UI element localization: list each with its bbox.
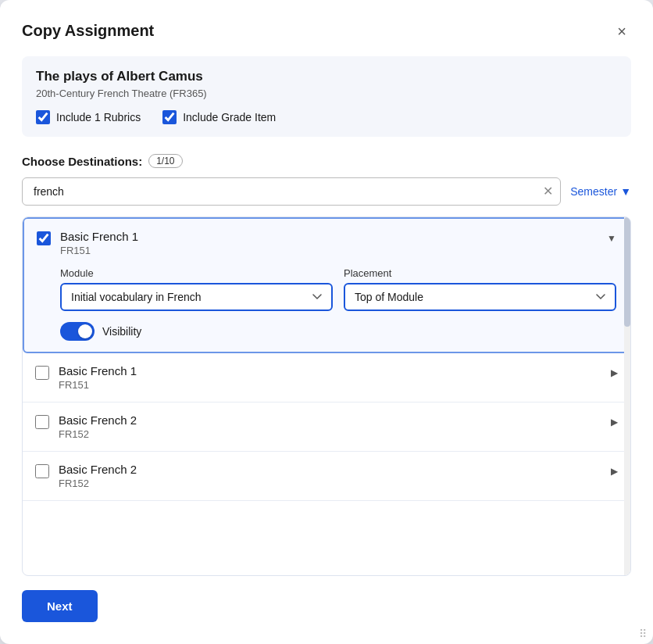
course-item-2: Basic French 1 FR151 ▶ [23, 353, 630, 402]
include-grade-item-label[interactable]: Include Grade Item [162, 110, 276, 124]
semester-label: Semester [570, 185, 617, 198]
expand-arrow-3-icon[interactable]: ▶ [611, 417, 618, 428]
visibility-toggle[interactable] [60, 322, 95, 341]
course-header-3: Basic French 2 FR152 ▶ [35, 413, 618, 440]
expand-arrow-2-icon[interactable]: ▶ [611, 367, 618, 378]
module-field: Module Initial vocabulary in French Modu… [60, 267, 333, 311]
course-name-4: Basic French 2 [59, 463, 601, 476]
include-rubrics-checkbox[interactable] [36, 110, 50, 124]
course-header-expanded: Basic French 1 FR151 ▼ [37, 230, 616, 256]
search-input-wrap: ✕ [22, 177, 561, 206]
course-expanded-content: Module Initial vocabulary in French Modu… [37, 267, 616, 341]
course-header-4: Basic French 2 FR152 ▶ [35, 463, 618, 489]
include-rubrics-label[interactable]: Include 1 Rubrics [36, 110, 141, 124]
module-select[interactable]: Initial vocabulary in French Module 2 Mo… [60, 283, 333, 311]
toggle-slider [60, 322, 95, 341]
course-item-3: Basic French 2 FR152 ▶ [23, 402, 630, 452]
modal-title: Copy Assignment [22, 22, 154, 40]
course-code-4: FR152 [59, 478, 601, 489]
resize-handle-icon[interactable]: ⠿ [639, 628, 647, 639]
search-input[interactable] [22, 177, 561, 206]
course-code-expanded: FR151 [60, 245, 598, 256]
module-label: Module [60, 267, 333, 279]
scrollbar-thumb[interactable] [624, 217, 630, 327]
courses-list: Basic French 1 FR151 ▼ Module Initial vo… [22, 216, 631, 576]
placement-select[interactable]: Top of Module Bottom of Module [344, 283, 616, 311]
course-checkbox-4[interactable] [35, 464, 49, 478]
expand-arrow-4-icon[interactable]: ▶ [611, 466, 618, 477]
semester-filter-button[interactable]: Semester ▼ [570, 185, 631, 198]
copy-assignment-modal: Copy Assignment × The plays of Albert Ca… [0, 0, 653, 644]
placement-field: Placement Top of Module Bottom of Module [344, 267, 616, 311]
assignment-info: The plays of Albert Camus 20th-Century F… [22, 56, 631, 137]
course-name-3: Basic French 2 [59, 413, 601, 427]
choose-destinations-header: Choose Destinations: 1/10 [22, 154, 631, 168]
search-row: ✕ Semester ▼ [22, 177, 631, 206]
semester-chevron-icon: ▼ [620, 185, 631, 198]
clear-search-button[interactable]: ✕ [543, 185, 553, 198]
course-info-3: Basic French 2 FR152 [59, 413, 601, 440]
modal-header: Copy Assignment × [22, 22, 631, 41]
course-info-2: Basic French 1 FR151 [59, 364, 601, 391]
checkboxes-row: Include 1 Rubrics Include Grade Item [36, 110, 617, 124]
placement-label: Placement [344, 267, 616, 279]
choose-destinations-label: Choose Destinations: [22, 155, 142, 168]
course-checkbox-2[interactable] [35, 366, 49, 380]
include-grade-item-text: Include Grade Item [183, 111, 276, 123]
visibility-label: Visibility [102, 325, 141, 338]
course-checkbox-3[interactable] [35, 415, 49, 429]
course-info-4: Basic French 2 FR152 [59, 463, 601, 489]
course-info-expanded: Basic French 1 FR151 [60, 230, 598, 256]
close-button[interactable]: × [612, 22, 631, 41]
course-item-4: Basic French 2 FR152 ▶ [23, 452, 630, 501]
include-rubrics-text: Include 1 Rubrics [56, 111, 141, 123]
next-button[interactable]: Next [22, 590, 98, 622]
assignment-title: The plays of Albert Camus [36, 69, 617, 84]
collapse-arrow-icon[interactable]: ▼ [607, 233, 616, 244]
course-header-2: Basic French 1 FR151 ▶ [35, 364, 618, 391]
course-item-expanded: Basic French 1 FR151 ▼ Module Initial vo… [23, 217, 630, 353]
modal-footer: Next [22, 590, 631, 622]
course-name-2: Basic French 1 [59, 364, 601, 377]
assignment-subtitle: 20th-Century French Theatre (FR365) [36, 88, 617, 99]
course-name-expanded: Basic French 1 [60, 230, 598, 243]
course-code-2: FR151 [59, 379, 601, 391]
visibility-row: Visibility [60, 322, 616, 341]
scrollbar-track [624, 217, 630, 575]
include-grade-item-checkbox[interactable] [162, 110, 177, 124]
destinations-counter: 1/10 [148, 154, 182, 168]
course-code-3: FR152 [59, 428, 601, 440]
course-checkbox-expanded[interactable] [37, 231, 51, 245]
module-placement-grid: Module Initial vocabulary in French Modu… [60, 267, 616, 311]
